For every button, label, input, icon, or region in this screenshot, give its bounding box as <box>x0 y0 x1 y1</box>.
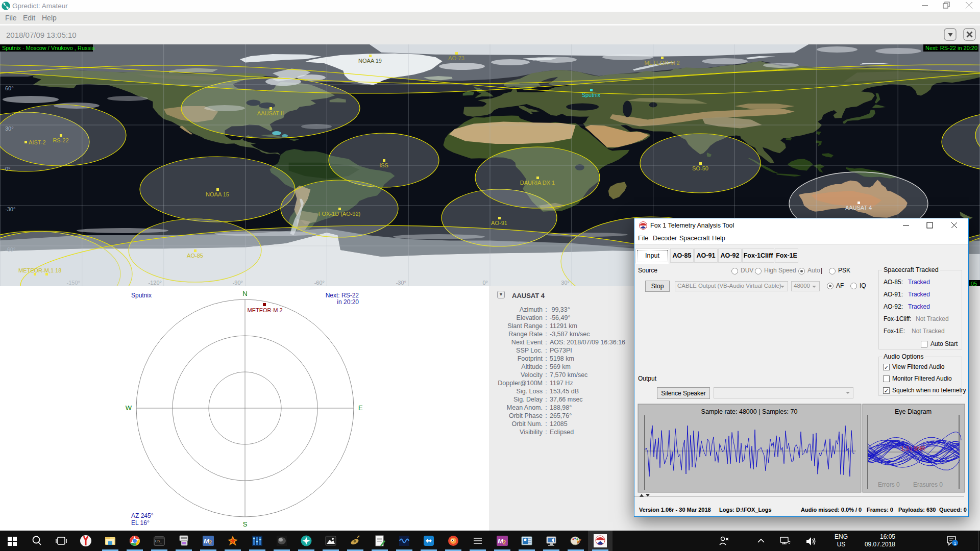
svg-text:AAUSAT-II: AAUSAT-II <box>257 110 284 116</box>
svg-text:AO-73: AO-73 <box>448 55 464 61</box>
svg-text:AAUSAT 4: AAUSAT 4 <box>845 205 872 211</box>
svg-text:-30°: -30° <box>5 206 15 212</box>
svg-text:1,3 | SNR: 1,3 | SNR <box>901 445 925 452</box>
svg-text:1: 1 <box>953 541 956 546</box>
svg-text:W: W <box>126 404 132 412</box>
svg-text:NOAA 19: NOAA 19 <box>358 58 382 64</box>
svg-text:AO-85: AO-85 <box>187 253 203 259</box>
svg-text:DAURIA DX 1: DAURIA DX 1 <box>520 180 555 186</box>
svg-text:RS-22: RS-22 <box>53 137 68 143</box>
svg-text:AIST-2: AIST-2 <box>29 139 46 145</box>
svg-text:Sputnix: Sputnix <box>582 92 601 98</box>
svg-text:EL 16°: EL 16° <box>131 519 150 527</box>
svg-text:Erasures 0: Erasures 0 <box>913 481 943 488</box>
svg-text:METEOR-M,1 18: METEOR-M,1 18 <box>18 267 61 273</box>
svg-text:N: N <box>242 290 247 297</box>
svg-text:METEOR-M 2: METEOR-M 2 <box>644 60 679 66</box>
svg-text:Sputnix · Moscow / Vnukovo , R: Sputnix · Moscow / Vnukovo , Russia <box>2 45 95 51</box>
svg-text:ISS: ISS <box>379 162 388 168</box>
svg-text:E: E <box>358 404 363 412</box>
svg-text:SO-50: SO-50 <box>692 165 708 171</box>
svg-text:METEOR-M 2: METEOR-M 2 <box>247 307 282 313</box>
svg-text:Sputnix: Sputnix <box>131 292 152 299</box>
svg-text:in 20:20: in 20:20 <box>337 298 359 306</box>
svg-text:Sample rate: 48000 | Samples:: Sample rate: 48000 | Samples: 70 <box>701 408 798 415</box>
svg-text:Eye Diagram: Eye Diagram <box>895 408 932 415</box>
svg-text:S: S <box>243 520 248 528</box>
svg-text:AO-91: AO-91 <box>491 220 507 226</box>
svg-text::05: :05 <box>969 281 977 286</box>
svg-text:Next: RS-22 in 20:20: Next: RS-22 in 20:20 <box>925 45 977 51</box>
svg-text:Errors 0: Errors 0 <box>878 481 900 488</box>
svg-text:FOX-1D (AO-92): FOX-1D (AO-92) <box>318 211 361 217</box>
svg-text:AZ 245°: AZ 245° <box>131 512 154 519</box>
svg-text:Next: RS-22: Next: RS-22 <box>326 292 359 299</box>
svg-text:60°: 60° <box>5 85 14 91</box>
svg-text:NOAA 15: NOAA 15 <box>206 191 229 197</box>
